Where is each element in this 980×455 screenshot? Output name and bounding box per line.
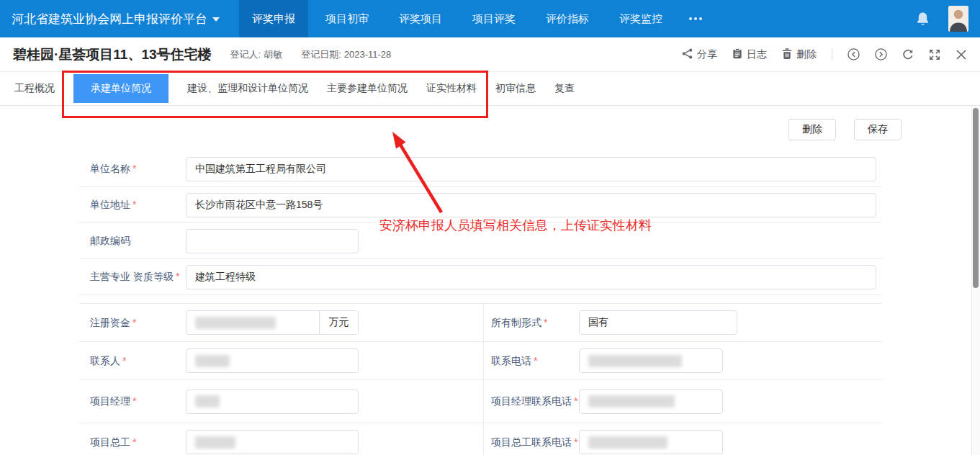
main-nav: 评奖申报 项目初审 评奖项目 项目评奖 评价指标 评奖监控 <box>237 0 714 37</box>
contact-phone-field[interactable] <box>579 348 723 373</box>
required-mark: * <box>534 355 537 366</box>
header-actions: 分享 日志 删除 <box>682 48 967 61</box>
registered-capital-label: 注册资金* <box>79 315 186 330</box>
pm-phone-label: 项目经理联系电话* <box>491 394 579 408</box>
required-mark: * <box>176 271 179 282</box>
tab-contractor-profile[interactable]: 承建单位简况 <box>73 74 168 103</box>
brand-dropdown[interactable]: 河北省建筑业协会网上申报评价平台 <box>0 11 231 27</box>
unit-name-field[interactable] <box>186 157 876 181</box>
bell-icon[interactable] <box>914 11 931 27</box>
redacted-value <box>588 355 682 367</box>
delete-button[interactable]: 删除 <box>788 119 836 140</box>
required-mark: * <box>132 163 136 174</box>
major-qualification-label: 主营专业 资质等级* <box>79 269 186 284</box>
redacted-value <box>195 317 276 329</box>
required-mark: * <box>574 436 577 448</box>
required-mark: * <box>544 317 547 328</box>
section-divider <box>79 295 882 304</box>
unit-address-label: 单位地址* <box>79 197 186 212</box>
form-row: 单位地址* <box>79 187 882 223</box>
tab-recheck[interactable]: 复查 <box>554 82 575 95</box>
nav-item-project-awarding[interactable]: 项目评奖 <box>459 0 529 37</box>
contact-phone-label: 联系电话* <box>491 353 579 368</box>
unit-address-field[interactable] <box>186 193 876 217</box>
form-row: 注册资金* 万元 所有制形式* <box>79 304 882 342</box>
ownership-label: 所有制形式* <box>491 315 579 330</box>
form-toolbar: 删除 保存 <box>788 119 902 140</box>
tab-main-participating-units[interactable]: 主要参建单位简况 <box>327 82 408 95</box>
ownership-field[interactable] <box>579 310 737 335</box>
nav-item-project-initial-review[interactable]: 项目初审 <box>313 0 382 37</box>
divider <box>832 49 832 60</box>
chevron-down-icon <box>212 17 220 22</box>
contact-field[interactable] <box>186 348 359 373</box>
pm-phone-field[interactable] <box>579 389 723 414</box>
chief-phone-label: 项目总工联系电话* <box>491 435 579 449</box>
page-title: 碧桂园·星荟项目11、13号住宅楼 <box>13 45 212 64</box>
log-button[interactable]: 日志 <box>732 48 767 61</box>
form-row: 项目经理* 项目经理联系电话* <box>79 380 882 423</box>
form-row: 邮政编码 <box>79 223 882 259</box>
scrollbar-track[interactable] <box>971 106 980 455</box>
postal-code-label: 邮政编码 <box>79 233 186 248</box>
form-row: 主营专业 资质等级* <box>79 259 882 295</box>
redacted-value <box>195 436 235 449</box>
form-row: 项目总工* 项目总工联系电话* <box>79 423 882 455</box>
tab-initial-review-info[interactable]: 初审信息 <box>495 82 536 95</box>
registrant: 登记人:胡敏 <box>230 48 283 61</box>
share-button[interactable]: 分享 <box>682 48 717 61</box>
redacted-value <box>588 436 667 449</box>
registered-capital-field[interactable]: 万元 <box>186 310 359 335</box>
redacted-value <box>195 355 230 367</box>
delete-record-button[interactable]: 删除 <box>782 48 817 61</box>
required-mark: * <box>574 395 577 407</box>
tab-content: 删除 保存 单位名称* 单位地址* 邮政编码 主营专业 资质等级* <box>0 107 980 455</box>
chief-engineer-label: 项目总工* <box>79 435 186 449</box>
contractor-form: 单位名称* 单位地址* 邮政编码 主营专业 资质等级* <box>79 151 882 455</box>
required-mark: * <box>132 199 136 210</box>
required-mark: * <box>132 436 136 448</box>
tab-supporting-materials[interactable]: 证实性材料 <box>426 82 477 95</box>
refresh-icon[interactable] <box>902 49 914 60</box>
required-mark: * <box>132 395 136 407</box>
unit-addon: 万元 <box>319 311 358 334</box>
prev-record-icon[interactable] <box>848 48 860 60</box>
contact-label: 联系人* <box>79 353 186 368</box>
required-mark: * <box>132 317 136 328</box>
chief-phone-field[interactable] <box>579 430 723 454</box>
user-avatar[interactable] <box>948 6 968 32</box>
unit-name-label: 单位名称* <box>79 161 186 176</box>
record-meta: 登记人:胡敏 登记日期:2023-11-28 <box>230 48 392 61</box>
record-header: 碧桂园·星荟项目11、13号住宅楼 登记人:胡敏 登记日期:2023-11-28… <box>0 37 980 72</box>
brand-title: 河北省建筑业协会网上申报评价平台 <box>12 11 207 27</box>
top-nav-bar: 河北省建筑业协会网上申报评价平台 评奖申报 项目初审 评奖项目 项目评奖 评价指… <box>0 0 980 37</box>
form-row: 联系人* 联系电话* <box>79 342 882 380</box>
app-window: 河北省建筑业协会网上申报评价平台 评奖申报 项目初审 评奖项目 项目评奖 评价指… <box>0 0 980 455</box>
close-icon[interactable] <box>956 49 967 60</box>
form-row: 单位名称* <box>79 151 882 187</box>
postal-code-field[interactable] <box>186 229 359 253</box>
nav-item-award-projects[interactable]: 评奖项目 <box>386 0 455 37</box>
redacted-value <box>588 395 675 407</box>
nav-item-evaluation-indicators[interactable]: 评价指标 <box>533 0 602 37</box>
scrollbar-thumb[interactable] <box>973 108 979 288</box>
project-manager-label: 项目经理* <box>79 394 186 408</box>
trash-icon <box>782 48 792 61</box>
nav-item-award-monitoring[interactable]: 评奖监控 <box>606 0 675 37</box>
next-record-icon[interactable] <box>875 48 887 60</box>
chief-engineer-field[interactable] <box>186 430 359 454</box>
redacted-value <box>195 395 220 407</box>
nav-item-award-application[interactable]: 评奖申报 <box>239 0 308 37</box>
required-mark: * <box>122 355 126 366</box>
more-menu-icon[interactable] <box>678 0 714 37</box>
project-manager-field[interactable] <box>186 389 359 414</box>
major-qualification-field[interactable] <box>186 265 876 289</box>
share-icon <box>682 48 693 61</box>
registration-date: 登记日期:2023-11-28 <box>301 48 391 61</box>
tab-project-overview[interactable]: 工程概况 <box>14 82 55 95</box>
log-icon <box>732 48 742 61</box>
fullscreen-icon[interactable] <box>929 49 940 60</box>
tab-construction-supervision-design-units[interactable]: 建设、监理和设计单位简况 <box>187 82 308 95</box>
tab-bar: 工程概况 承建单位简况 建设、监理和设计单位简况 主要参建单位简况 证实性材料 … <box>0 72 980 106</box>
save-button[interactable]: 保存 <box>854 119 902 140</box>
